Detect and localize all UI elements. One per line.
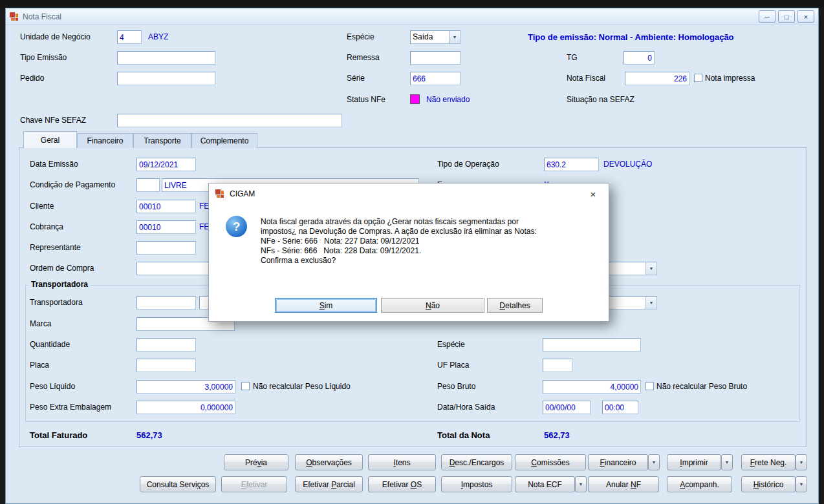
tipo-emissao-input[interactable] xyxy=(117,51,215,65)
frete-neg-dropdown-button[interactable]: ▼ xyxy=(796,454,807,470)
sim-button[interactable]: Sim xyxy=(275,298,377,313)
anular-nf-button[interactable]: Anular NF xyxy=(588,476,659,492)
nota-ecf-button[interactable]: Nota ECF xyxy=(515,476,575,492)
background-strip xyxy=(0,0,824,8)
unidade-negocio-desc: ABYZ xyxy=(148,30,168,44)
question-icon: ? xyxy=(226,216,247,237)
window-controls: ─ □ × xyxy=(756,10,814,23)
comissoes-button[interactable]: Comissões xyxy=(515,454,586,470)
cigam-app-icon xyxy=(10,12,19,21)
serie-label: Série xyxy=(347,72,365,85)
acompanh-button[interactable]: Acompanh. xyxy=(667,476,732,492)
chevron-down-icon: ▼ xyxy=(799,482,804,487)
observacoes-button[interactable]: Observações xyxy=(295,454,363,470)
chave-nfe-label: Chave NFe SEFAZ xyxy=(20,114,86,127)
nao-button[interactable]: Não xyxy=(381,298,484,313)
tab-complemento[interactable]: Complemento xyxy=(191,133,257,148)
close-icon[interactable]: × xyxy=(797,10,814,23)
dialog-message-line: Nota fiscal gerada através da opção ¿Ger… xyxy=(261,217,591,227)
desc-encargos-button[interactable]: Desc./Encargos xyxy=(441,454,512,470)
tab-transporte[interactable]: Transporte xyxy=(133,133,191,148)
nota-impressa-checkbox[interactable] xyxy=(694,74,702,82)
consulta-servicos-button[interactable]: Consulta Serviços xyxy=(140,476,216,492)
efetivar-os-button[interactable]: Efetivar OS xyxy=(368,476,436,492)
financeiro-dropdown-button[interactable]: ▼ xyxy=(648,454,660,470)
chevron-down-icon: ▼ xyxy=(579,482,583,487)
status-nfe-color-swatch xyxy=(410,94,420,104)
chevron-down-icon: ▼ xyxy=(799,460,804,465)
cigam-logo-icon xyxy=(215,189,224,198)
unidade-negocio-input[interactable] xyxy=(117,30,142,44)
chevron-down-icon: ▼ xyxy=(449,31,460,43)
especie-select[interactable]: Saída ▼ xyxy=(410,30,461,44)
nota-fiscal-label: Nota Fiscal xyxy=(567,72,605,85)
remessa-label: Remessa xyxy=(347,51,380,65)
itens-button[interactable]: Itens xyxy=(368,454,436,470)
transportadora-group-title: Transportadora xyxy=(28,278,91,290)
financeiro-button[interactable]: Financeiro xyxy=(588,454,648,470)
dialog-message-line: NFe - Série: 666 Nota: 227 Data: 09/12/2… xyxy=(261,236,591,246)
window-titlebar: Nota Fiscal ─ □ × xyxy=(6,8,818,25)
dialog-message-line: Confirma a exclusão? xyxy=(261,256,591,266)
dialog-message-line: impostos¿ na Devolução de Compras. A açã… xyxy=(261,227,591,236)
impostos-button[interactable]: Impostos xyxy=(441,476,512,492)
dialog-close-icon[interactable]: × xyxy=(584,189,602,200)
dialog-message-line: NFs - Série: 666 Nota: 228 Data: 09/12/2… xyxy=(261,246,591,256)
historico-button[interactable]: Histórico xyxy=(741,476,796,492)
emissao-ambiente-info: Tipo de emissão: Normal - Ambiente: Homo… xyxy=(528,30,734,44)
imprimir-button[interactable]: Imprimir xyxy=(667,454,721,470)
cigam-confirmation-dialog: CIGAM × ? Nota fiscal gerada através da … xyxy=(208,183,609,322)
pedido-label: Pedido xyxy=(20,72,44,85)
remessa-input[interactable] xyxy=(410,51,461,65)
tg-input[interactable] xyxy=(623,51,655,65)
window-title: Nota Fiscal xyxy=(23,12,61,21)
tg-label: TG xyxy=(567,51,578,65)
dialog-titlebar: CIGAM × xyxy=(209,184,609,204)
minimize-icon[interactable]: ─ xyxy=(759,10,775,23)
nota-ecf-dropdown-button[interactable]: ▼ xyxy=(575,476,587,492)
efetivar-parcial-button[interactable]: Efetivar Parcial xyxy=(295,476,363,492)
chevron-down-icon: ▼ xyxy=(725,460,730,465)
previa-button[interactable]: Prévia xyxy=(224,454,288,470)
unidade-negocio-label: Unidade de Negócio xyxy=(20,30,91,44)
chave-nfe-input[interactable] xyxy=(117,114,342,127)
status-nfe-value: Não enviado xyxy=(426,93,470,107)
tipo-emissao-label: Tipo Emissão xyxy=(20,51,67,65)
especie-label: Espécie xyxy=(347,30,374,44)
pedido-input[interactable] xyxy=(117,72,215,85)
serie-input[interactable] xyxy=(410,72,461,85)
maximize-icon[interactable]: □ xyxy=(778,10,795,23)
tab-financeiro[interactable]: Financeiro xyxy=(77,133,133,148)
imprimir-dropdown-button[interactable]: ▼ xyxy=(721,454,733,470)
nota-impressa-label: Nota impressa xyxy=(705,72,755,85)
chevron-down-icon: ▼ xyxy=(652,460,656,465)
nota-fiscal-input[interactable] xyxy=(625,72,689,85)
dialog-message: Nota fiscal gerada através da opção ¿Ger… xyxy=(261,217,591,266)
tab-geral[interactable]: Geral xyxy=(23,131,77,148)
status-nfe-label: Status NFe xyxy=(347,93,385,107)
dialog-title: CIGAM xyxy=(230,189,255,198)
detalhes-button[interactable]: Detalhes xyxy=(487,298,543,313)
situacao-sefaz-label: Situação na SEFAZ xyxy=(567,93,634,107)
historico-dropdown-button[interactable]: ▼ xyxy=(796,476,807,492)
frete-neg-button[interactable]: Frete Neg. xyxy=(741,454,796,470)
efetivar-button: Efetivar xyxy=(221,476,287,492)
